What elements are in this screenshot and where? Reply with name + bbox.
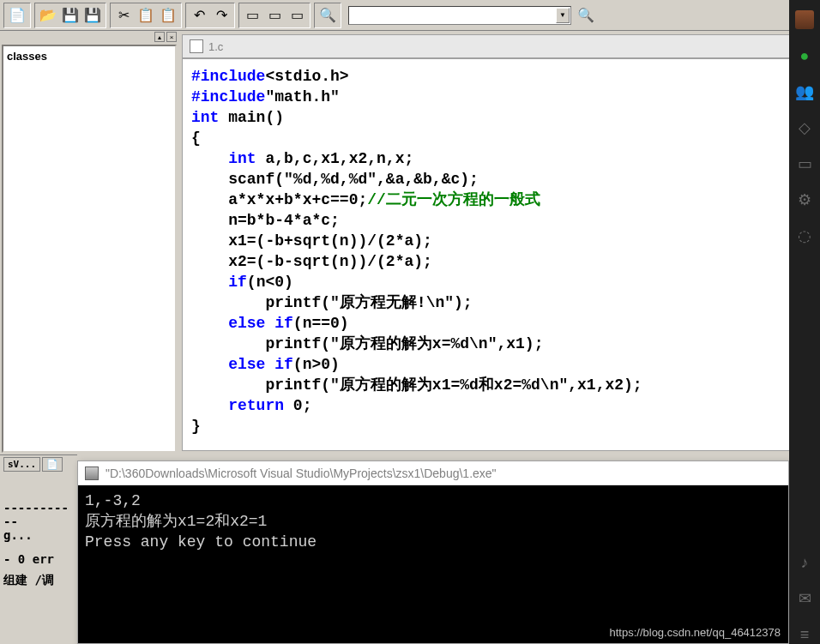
save-all-button[interactable] (82, 5, 103, 26)
code-text: } (191, 418, 201, 435)
toolbar-group-edit (110, 3, 182, 28)
save-button[interactable] (60, 5, 81, 26)
code-text: a,b,c,x1,x2,n,x; (256, 150, 414, 167)
code-text: <stdio.h> (265, 68, 348, 85)
code-kw: return (228, 397, 284, 414)
code-kw: #include (191, 68, 265, 85)
workspace-side-panel: ▴ × classes (0, 31, 178, 454)
code-text: main() (219, 109, 284, 126)
find-dropdown[interactable]: ▼ (348, 6, 571, 25)
window-tile-button[interactable] (264, 5, 285, 26)
editor-panel: 1.c #include<stdio.h> #include"math.h" i… (178, 31, 820, 454)
settings-icon[interactable]: ⚙ (795, 190, 814, 209)
code-kw: int (191, 109, 219, 126)
class-view-label: classes (7, 50, 47, 63)
editor-tab-label[interactable]: 1.c (208, 40, 223, 53)
panel-pin-icon[interactable]: ▴ (154, 32, 165, 42)
cube-icon[interactable]: ◇ (795, 118, 814, 137)
undo-button[interactable] (189, 5, 209, 26)
output-tab[interactable]: sV... (3, 457, 40, 472)
code-editor[interactable]: #include<stdio.h> #include"math.h" int m… (182, 58, 817, 451)
code-text: n=b*b-4*a*c; (228, 212, 340, 229)
console-output[interactable]: 1,-3,2 原方程的解为x1=2和x2=1 Press any key to … (78, 485, 788, 643)
main-toolbar: ▼ (0, 0, 820, 31)
panel-close-icon[interactable]: × (166, 32, 177, 42)
toolbar-group-find (314, 3, 341, 28)
console-window: "D:\360Downloads\Microsoft Visual Studio… (77, 460, 789, 644)
output-line: g... (3, 528, 74, 542)
footer-tab[interactable]: 调 (42, 573, 54, 587)
code-kw: else if (228, 356, 293, 373)
paste-button[interactable] (158, 5, 178, 26)
code-kw: else if (228, 315, 293, 332)
code-text: x2=(-b-sqrt(n))/(2*a); (228, 253, 432, 270)
code-text: { (191, 129, 201, 147)
document-icon (190, 39, 203, 53)
code-text: (n==0) (293, 315, 349, 332)
right-dock: ● 👥 ◇ ▭ ⚙ ◌ ♪ ✉ ≡ (789, 0, 820, 644)
avatar-icon[interactable] (795, 10, 814, 29)
toolbar-group-undo (185, 3, 235, 28)
console-titlebar[interactable]: "D:\360Downloads\Microsoft Visual Studio… (78, 461, 788, 485)
chat-icon[interactable]: ● (795, 46, 814, 65)
copy-button[interactable] (136, 5, 156, 26)
code-text: printf("原方程的解为x1=%d和x2=%d\n",x1,x2); (265, 376, 642, 394)
new-file-button[interactable] (7, 5, 27, 26)
music-icon[interactable]: ♪ (795, 553, 814, 572)
dropdown-arrow-icon[interactable]: ▼ (556, 8, 570, 23)
toolbar-group-file (3, 3, 31, 28)
redo-button[interactable] (211, 5, 232, 26)
code-text: scanf("%d,%d,%d",&a,&b,&c); (228, 171, 479, 188)
code-text: "math.h" (265, 88, 339, 105)
console-line: 原方程的解为x1=2和x2=1 (85, 513, 267, 530)
console-title-text: "D:\360Downloads\Microsoft Visual Studio… (106, 466, 497, 480)
mail-icon[interactable]: ✉ (795, 589, 814, 608)
output-line: ----------- (3, 501, 74, 528)
class-view-tree[interactable]: classes (2, 45, 177, 453)
code-text: a*x*x+b*x+c==0; (228, 191, 367, 208)
misc-icon[interactable]: ◌ (795, 226, 814, 245)
code-kw: #include (191, 88, 265, 105)
code-text: x1=(-b+sqrt(n))/(2*a); (228, 232, 432, 250)
console-app-icon (85, 466, 99, 480)
open-file-button[interactable] (38, 5, 58, 26)
find-button[interactable] (317, 5, 338, 26)
code-text: (n>0) (293, 356, 340, 373)
code-text: printf("原方程无解!\n"); (265, 294, 472, 311)
output-line: - 0 err (3, 552, 74, 566)
toolbar-group-window (238, 3, 311, 28)
output-footer: 组建 /调 (3, 573, 74, 588)
main-area: ▴ × classes 1.c #include<stdio.h> #inclu… (0, 31, 820, 454)
console-line: 1,-3,2 (85, 492, 141, 509)
cut-button[interactable] (113, 5, 134, 26)
people-icon[interactable]: 👥 (795, 82, 814, 101)
code-kw: int (228, 150, 256, 167)
code-text: printf("原方程的解为x=%d\n",x1); (265, 335, 543, 352)
editor-tab-bar: 1.c (182, 34, 817, 58)
code-text: (n<0) (247, 274, 293, 291)
find-in-files-button[interactable] (576, 5, 596, 26)
watermark-text: https://blog.csdn.net/qq_46412378 (610, 626, 781, 639)
folder-icon[interactable]: ▭ (795, 154, 814, 173)
code-text: 0; (284, 397, 311, 414)
output-tabs: sV... 📄 (3, 457, 74, 472)
console-line: Press any key to continue (85, 533, 317, 551)
footer-tab[interactable]: 组建 (3, 573, 27, 587)
toolbar-group-open (34, 3, 106, 28)
code-comment: //二元一次方程的一般式 (367, 191, 540, 208)
output-tab-icon[interactable]: 📄 (42, 457, 63, 472)
output-panel: sV... 📄 ----------- g... - 0 err 组建 /调 (0, 454, 77, 644)
code-kw: if (228, 274, 247, 291)
menu-icon[interactable]: ≡ (795, 625, 814, 644)
side-panel-controls: ▴ × (0, 31, 178, 43)
window-list-button[interactable] (242, 5, 262, 26)
window-stack-button[interactable] (286, 5, 307, 26)
